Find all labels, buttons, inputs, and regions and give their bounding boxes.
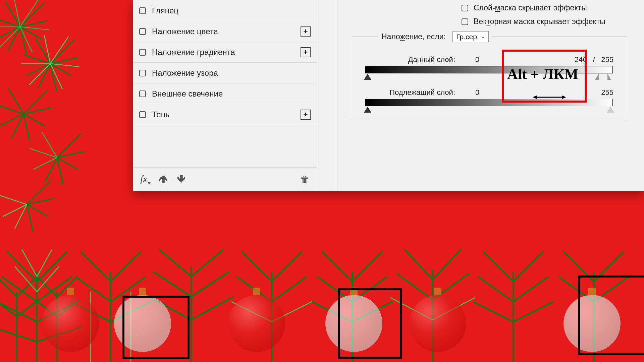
svg-line-38 (57, 158, 78, 170)
ornament-ball (42, 295, 99, 352)
svg-line-21 (35, 38, 50, 64)
ornament-ball (325, 295, 382, 352)
pine-branch (0, 84, 54, 144)
effect-label: Тень (152, 110, 169, 119)
gradient-bar[interactable] (365, 66, 613, 73)
effect-label: Внешнее свечение (152, 89, 223, 99)
svg-line-44 (27, 180, 51, 204)
pine-branch (20, 34, 80, 94)
svg-line-39 (57, 158, 63, 185)
checkbox-icon[interactable] (139, 70, 146, 76)
svg-line-3 (20, 27, 26, 54)
layer-mask-checkbox-row[interactable]: Слой-маска скрывает эффекты (351, 3, 627, 12)
slider-handle-white[interactable] (607, 107, 614, 113)
checkbox-icon[interactable] (462, 18, 468, 25)
svg-line-17 (50, 64, 56, 91)
blend-if-dropdown[interactable]: Гр.сер. (452, 31, 489, 42)
trash-icon[interactable]: 🗑 (300, 174, 310, 185)
move-down-button[interactable]: 🡻 (177, 174, 186, 185)
effect-row[interactable]: Наложение узора (133, 63, 317, 83)
svg-line-4 (8, 27, 20, 51)
svg-line-46 (27, 204, 48, 217)
effect-row[interactable]: Наложение цвета+ (133, 21, 317, 42)
svg-line-27 (44, 35, 50, 64)
checkbox-icon[interactable] (139, 49, 146, 56)
effect-label: Наложение узора (152, 68, 218, 78)
svg-line-49 (3, 204, 27, 217)
pine-branch (27, 127, 87, 188)
fx-menu-button[interactable]: fx▾ (140, 173, 150, 186)
gradient-bar[interactable] (365, 99, 613, 106)
svg-line-37 (57, 152, 84, 158)
layer-style-dialog: ГлянецНаложение цвета+Наложение градиент… (133, 0, 644, 191)
svg-line-22 (50, 37, 68, 64)
svg-line-35 (8, 88, 23, 114)
svg-line-31 (23, 114, 30, 141)
svg-line-0 (20, 3, 44, 27)
svg-line-43 (42, 132, 57, 158)
this-layer-slider: Данный слой: 0 246 / 255 (365, 55, 613, 73)
svg-line-10 (20, 27, 32, 52)
svg-line-16 (50, 64, 71, 76)
svg-line-15 (50, 58, 77, 64)
svg-line-11 (0, 27, 20, 48)
effect-row[interactable]: Внешнее свечение (133, 83, 317, 104)
pine-border (0, 221, 644, 362)
svg-line-18 (38, 64, 50, 88)
svg-line-14 (50, 40, 74, 64)
effect-row[interactable]: Глянец (133, 0, 317, 21)
add-effect-button[interactable]: + (301, 110, 311, 120)
svg-line-25 (29, 64, 50, 85)
checkbox-icon[interactable] (139, 90, 146, 97)
blending-options-panel: Слой-маска скрывает эффекты Векторная ма… (337, 0, 644, 191)
svg-line-36 (57, 133, 81, 158)
add-effect-button[interactable]: + (301, 26, 311, 37)
checkbox-icon[interactable] (462, 5, 468, 11)
svg-line-30 (23, 114, 45, 126)
slider-max-value: 246 / 255 (512, 55, 613, 64)
svg-line-23 (50, 64, 79, 67)
effects-list[interactable]: ГлянецНаложение цвета+Наложение градиент… (133, 0, 317, 168)
svg-line-8 (20, 0, 38, 27)
svg-line-19 (26, 64, 50, 76)
slider-handle-white-left[interactable] (595, 74, 602, 80)
slider-min-value: 0 (475, 88, 512, 97)
svg-line-28 (23, 90, 48, 114)
svg-line-50 (0, 195, 27, 204)
slider-handle-black[interactable] (364, 74, 371, 80)
effects-panel: ГлянецНаложение цвета+Наложение градиент… (133, 0, 317, 191)
blend-if-legend: Наложение, если: Гр.сер. (378, 31, 492, 42)
add-effect-button[interactable]: + (301, 47, 311, 57)
svg-line-42 (30, 148, 57, 158)
checkbox-label: Векторная маска скрывает эффекты (474, 17, 605, 26)
svg-line-40 (45, 158, 57, 182)
blend-if-group: Наложение, если: Гр.сер. Данный слой: 0 … (351, 36, 627, 120)
vector-mask-checkbox-row[interactable]: Векторная маска скрывает эффекты (351, 17, 627, 26)
svg-line-24 (50, 64, 62, 89)
svg-line-7 (5, 1, 20, 27)
effect-row[interactable]: Тень+ (133, 104, 317, 125)
pine-branch (0, 0, 50, 57)
checkbox-icon[interactable] (139, 7, 146, 14)
slider-handle-white-right[interactable] (604, 74, 611, 80)
effect-row[interactable]: Наложение градиента+ (133, 42, 317, 63)
slider-handle-black[interactable] (364, 107, 371, 113)
slider-label: Подлежащий слой: (365, 88, 475, 97)
checkbox-icon[interactable] (139, 111, 146, 118)
underlying-layer-slider: Подлежащий слой: 0 255 (365, 88, 613, 106)
checkbox-icon[interactable] (139, 28, 146, 35)
slider-label: Данный слой: (365, 55, 475, 64)
svg-line-29 (23, 108, 51, 114)
svg-line-9 (20, 27, 49, 30)
svg-line-32 (11, 114, 23, 138)
move-up-button[interactable]: 🡹 (159, 174, 168, 185)
effect-label: Наложение цвета (152, 27, 218, 36)
svg-line-45 (27, 198, 54, 204)
svg-line-34 (0, 105, 23, 114)
ornament-ball (564, 295, 621, 352)
ornament-ball (409, 295, 466, 352)
svg-line-6 (0, 18, 20, 27)
svg-line-20 (23, 55, 50, 64)
slider-min-value: 0 (475, 55, 512, 64)
ornament-ball (228, 295, 285, 352)
